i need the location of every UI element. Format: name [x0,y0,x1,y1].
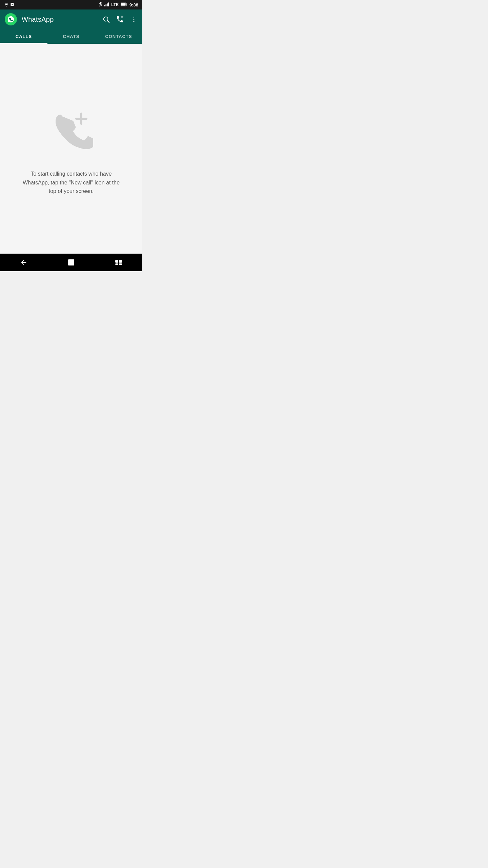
nav-back-button[interactable] [14,256,34,269]
search-button[interactable] [102,16,110,23]
svg-rect-19 [116,260,118,262]
wifi-icon [4,3,9,7]
svg-rect-22 [119,264,122,265]
header-actions [102,15,138,23]
calls-illustration [44,102,98,156]
svg-line-1 [99,5,101,6]
svg-rect-4 [106,4,107,6]
bluetooth-icon [99,2,102,8]
network-type: LTE [111,2,119,7]
svg-point-0 [6,6,7,6]
status-bar: LTE 9:38 [0,0,142,9]
nav-home-button[interactable] [61,256,81,269]
signal-icon [104,2,109,7]
calls-empty-state: To start calling contacts who have Whats… [0,44,142,254]
more-options-button[interactable] [130,16,138,23]
status-right: LTE 9:38 [99,2,138,8]
tab-contacts[interactable]: CONTACTS [95,29,142,44]
tab-bar: CALLS CHATS CONTACTS [0,29,142,44]
app-title: WhatsApp [22,16,98,23]
svg-point-15 [134,21,135,22]
time-display: 9:38 [129,2,138,7]
svg-point-14 [134,19,135,20]
svg-rect-3 [104,5,105,6]
status-left [4,2,14,7]
svg-rect-6 [108,2,109,6]
new-call-button[interactable] [116,15,124,23]
svg-line-2 [101,5,102,6]
app-header: WhatsApp [0,9,142,29]
app-logo [5,13,17,25]
svg-point-13 [134,17,135,18]
shopping-icon [10,2,14,7]
battery-icon [121,2,127,7]
bottom-nav [0,254,142,271]
nav-recents-button[interactable] [108,256,129,269]
svg-rect-18 [68,260,74,265]
svg-rect-21 [116,264,118,265]
tab-calls[interactable]: CALLS [0,29,47,44]
svg-rect-8 [121,3,126,6]
svg-rect-20 [119,260,122,262]
calls-empty-message: To start calling contacts who have Whats… [20,170,122,196]
svg-rect-5 [107,3,108,6]
svg-line-10 [107,21,109,22]
tab-chats[interactable]: CHATS [47,29,95,44]
